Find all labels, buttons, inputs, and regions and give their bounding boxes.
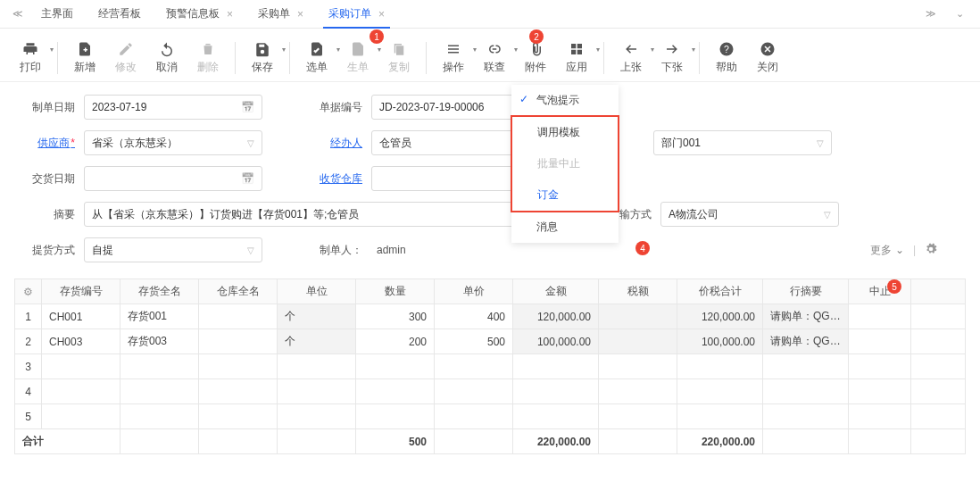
transport-input[interactable]: A物流公司	[660, 202, 839, 227]
cell-inv-no[interactable]	[42, 404, 120, 429]
col-tax[interactable]: 税额	[599, 279, 677, 304]
make-date-input[interactable]: 2023-07-19	[84, 95, 262, 120]
cell-inv-name[interactable]	[120, 354, 199, 379]
add-button[interactable]: 新增	[65, 37, 104, 79]
cell-unit[interactable]: 个	[278, 304, 356, 329]
generate-button[interactable]: 生单▾	[338, 37, 378, 79]
cell-unit[interactable]	[278, 379, 356, 404]
cell-row-summary[interactable]	[763, 404, 849, 429]
table-row[interactable]: 4	[15, 379, 966, 404]
select-button[interactable]: 选单▾	[297, 37, 336, 79]
cell-total[interactable]: 100,000.00	[677, 329, 763, 354]
help-button[interactable]: ? 帮助	[707, 37, 746, 79]
cell-total[interactable]	[677, 404, 763, 429]
cell-abort[interactable]	[849, 404, 911, 429]
dept-input[interactable]: 部门001	[653, 130, 832, 155]
cell-abort[interactable]	[849, 354, 911, 379]
funnel-icon[interactable]	[247, 137, 254, 149]
funnel-icon[interactable]	[247, 244, 254, 256]
cell-tax[interactable]	[599, 379, 677, 404]
tabs-dropdown-icon[interactable]: ⌄	[951, 8, 969, 20]
col-price[interactable]: 单价	[435, 279, 513, 304]
tabs-scroll-right-icon[interactable]: ≫	[920, 8, 942, 20]
delete-button[interactable]: 删除	[188, 37, 228, 79]
cell-amount[interactable]	[513, 404, 599, 429]
cell-price[interactable]	[435, 404, 513, 429]
cell-tax[interactable]	[599, 304, 677, 329]
menu-batch-abort[interactable]: 批量中止	[512, 148, 618, 179]
cell-qty[interactable]	[356, 354, 435, 379]
tab-purchase-order[interactable]: 采购订单×	[316, 0, 397, 29]
col-qty[interactable]: 数量	[356, 279, 435, 304]
close-icon[interactable]: ×	[378, 8, 385, 21]
cell-tax[interactable]	[599, 354, 677, 379]
cell-qty[interactable]	[356, 404, 435, 429]
gear-column[interactable]: ⚙	[15, 279, 42, 304]
cell-row-summary[interactable]: 请购单：QG…	[763, 304, 849, 329]
menu-message[interactable]: 消息	[511, 212, 619, 243]
cell-total[interactable]: 120,000.00	[677, 304, 763, 329]
cell-unit[interactable]: 个	[278, 329, 356, 354]
cell-total[interactable]	[677, 379, 763, 404]
cell-tax[interactable]	[599, 404, 677, 429]
cell-price[interactable]: 500	[435, 329, 513, 354]
supplier-input[interactable]: 省采（京东慧采）	[84, 130, 262, 155]
recv-wh-label[interactable]: 收货仓库	[303, 171, 371, 187]
tab-main[interactable]: 主界面	[29, 0, 86, 29]
col-row-summary[interactable]: 行摘要	[763, 279, 849, 304]
tab-alert[interactable]: 预警信息板×	[154, 0, 245, 29]
cell-amount[interactable]: 100,000.00	[513, 329, 599, 354]
modify-button[interactable]: 修改	[106, 37, 145, 79]
tabs-scroll-left-icon[interactable]: ≪	[7, 8, 29, 20]
cell-unit[interactable]	[278, 354, 356, 379]
table-row[interactable]: 1CH001存货001个300400120,000.00120,000.00请购…	[15, 304, 966, 329]
cell-abort[interactable]	[849, 379, 911, 404]
cell-amount[interactable]: 120,000.00	[513, 304, 599, 329]
col-abort[interactable]: 中止	[849, 279, 911, 304]
cell-qty[interactable]: 200	[356, 329, 435, 354]
print-button[interactable]: 打印▾	[11, 37, 50, 79]
cell-inv-no[interactable]: CH003	[42, 329, 120, 354]
next-button[interactable]: 下张▾	[652, 37, 692, 79]
gear-icon[interactable]	[925, 243, 937, 258]
cell-abort[interactable]	[849, 304, 911, 329]
calendar-icon[interactable]	[241, 172, 254, 185]
cell-row-summary[interactable]	[763, 379, 849, 404]
col-unit[interactable]: 单位	[278, 279, 356, 304]
operate-button[interactable]: 操作▾	[434, 37, 473, 79]
col-inv-name[interactable]: 存货全名	[120, 279, 199, 304]
cell-abort[interactable]	[849, 329, 911, 354]
menu-bubble-tip[interactable]: 气泡提示	[511, 85, 619, 116]
tab-dashboard[interactable]: 经营看板	[86, 0, 154, 29]
cell-wh-name[interactable]	[199, 329, 278, 354]
cell-inv-name[interactable]: 存货001	[120, 304, 199, 329]
cell-price[interactable]: 400	[435, 304, 513, 329]
save-button[interactable]: 保存▾	[243, 37, 282, 79]
menu-call-template[interactable]: 调用模板	[512, 117, 618, 148]
funnel-icon[interactable]	[817, 137, 824, 149]
cell-wh-name[interactable]	[199, 354, 278, 379]
close-icon[interactable]: ×	[297, 8, 303, 21]
cell-inv-name[interactable]	[120, 379, 199, 404]
close-button[interactable]: 关闭	[748, 37, 787, 79]
pickup-input[interactable]: 自提	[84, 237, 262, 262]
cell-inv-name[interactable]: 存货003	[120, 329, 199, 354]
cancel-button[interactable]: 取消	[147, 37, 187, 79]
cell-qty[interactable]	[356, 379, 435, 404]
cell-wh-name[interactable]	[199, 404, 278, 429]
cell-inv-no[interactable]	[42, 379, 120, 404]
delivery-date-input[interactable]	[84, 166, 262, 191]
col-total[interactable]: 价税合计	[677, 279, 763, 304]
cell-total[interactable]	[677, 354, 763, 379]
col-wh-name[interactable]: 仓库全名	[199, 279, 278, 304]
cell-amount[interactable]	[513, 354, 599, 379]
supplier-label[interactable]: 供应商	[16, 136, 84, 151]
link-button[interactable]: 联查▾	[475, 37, 514, 79]
cell-unit[interactable]	[278, 404, 356, 429]
more-button[interactable]: 更多 ⌄	[870, 243, 904, 258]
cell-wh-name[interactable]	[199, 379, 278, 404]
app-button[interactable]: 应用▾	[557, 37, 596, 79]
cell-inv-name[interactable]	[120, 404, 199, 429]
copy-button[interactable]: 复制	[379, 37, 419, 79]
menu-deposit[interactable]: 订金	[512, 179, 618, 211]
